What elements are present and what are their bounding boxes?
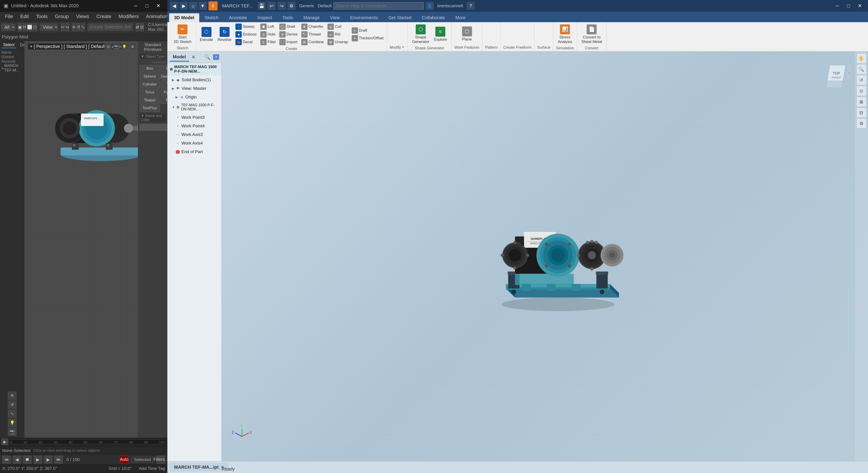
tree-item-work-point3[interactable]: • Work Point3 xyxy=(167,113,221,122)
right-save-btn[interactable]: 💾 xyxy=(257,2,266,10)
hole-btn[interactable]: ◎ Hole xyxy=(259,31,277,38)
modify-dropdown-icon[interactable]: ▼ xyxy=(401,45,405,49)
light-icon-btn[interactable]: 💡 xyxy=(8,419,17,427)
prim-sphere-btn[interactable]: Sphere xyxy=(140,73,160,80)
draft-btn[interactable]: ✂ Draft xyxy=(350,27,385,34)
filters-btn[interactable]: Filters... xyxy=(156,455,165,464)
right-settings-btn[interactable]: ⚙ xyxy=(287,2,296,10)
decal-btn[interactable]: 🔖 Decal xyxy=(234,38,258,46)
anim-next-btn[interactable]: ⏭ xyxy=(54,455,63,464)
rtab-sketch[interactable]: Sketch xyxy=(200,13,223,22)
right-search-input[interactable] xyxy=(333,2,424,10)
menu-animation[interactable]: Animation xyxy=(143,13,171,20)
mirror-btn[interactable]: ⇄ xyxy=(135,23,139,31)
shape-generator-btn[interactable]: ⬡ ShapeGenerator xyxy=(410,24,431,45)
scene-item-march[interactable]: ▶ MARCH TEF-M... xyxy=(0,65,24,71)
move-btn[interactable]: ✛ xyxy=(72,23,76,31)
timeline-play-btn[interactable]: ▶ xyxy=(1,438,8,445)
loft-btn[interactable]: ⬟ Loft xyxy=(259,23,277,30)
menu-file[interactable]: File xyxy=(2,13,16,20)
undo-btn[interactable]: ↩ xyxy=(61,23,65,31)
right-user-btn[interactable]: 👤 xyxy=(426,2,434,10)
selection-set-input[interactable] xyxy=(88,24,133,31)
thread-btn[interactable]: 🔩 Thread xyxy=(300,31,325,38)
rtab-get-started[interactable]: Get Started xyxy=(383,13,416,22)
tree-item-origin[interactable]: ▶ ⊕ Origin xyxy=(167,93,221,101)
move-icon-btn[interactable]: ✛ xyxy=(8,391,17,400)
left-viewport[interactable]: + [ Perspective ] [ Standard ] [ Default… xyxy=(24,41,138,438)
fillet-btn[interactable]: ⌛ Fillet xyxy=(259,38,277,46)
menu-modifiers[interactable]: Modifiers xyxy=(115,13,142,20)
menu-group[interactable]: Group xyxy=(52,13,72,20)
rtab-3dmodel[interactable]: 3D Model xyxy=(169,13,199,22)
tree-item-work-axis4[interactable]: ↔ Work Axis4 xyxy=(167,139,221,147)
align-btn[interactable]: ⊡ xyxy=(140,23,144,31)
left-close-btn[interactable]: ✕ xyxy=(153,0,164,11)
extrude-btn[interactable]: ⬡ Extrude xyxy=(198,26,215,43)
viewcube[interactable]: TOP FRONT R xyxy=(823,61,855,92)
select-by-name-btn[interactable]: H xyxy=(23,23,26,31)
right-redo-btn[interactable]: ↪ xyxy=(278,2,286,10)
prim-box-btn[interactable]: Box xyxy=(140,65,160,72)
tree-item-view-master[interactable]: ▶ 👁 View: Master xyxy=(167,84,221,93)
rib-btn[interactable]: ⚌ Rib xyxy=(326,31,349,38)
combine-btn[interactable]: ⊞ Combine xyxy=(300,38,325,46)
right-maximize-btn[interactable]: □ xyxy=(843,0,854,11)
right-minimize-btn[interactable]: ─ xyxy=(832,0,843,11)
menu-views[interactable]: Views xyxy=(73,13,92,20)
rtab-inspect[interactable]: Inspect xyxy=(252,13,277,22)
rtab-more[interactable]: More xyxy=(450,13,471,22)
rtab-tools[interactable]: Tools xyxy=(278,13,298,22)
derive-btn[interactable]: ⊛ Derive xyxy=(278,31,299,38)
left-maximize-btn[interactable]: □ xyxy=(142,0,152,11)
import-btn[interactable]: ⛶ Import xyxy=(278,38,299,46)
tree-item-tef-mag[interactable]: ▼ ⚙ TEF-MAG 1500 P-F-DN-NEM... xyxy=(167,101,221,113)
tree-item-work-axis3[interactable]: ↔ Work Axis3 xyxy=(167,130,221,139)
tree-item-end-of-part[interactable]: 🔴 End of Part xyxy=(167,147,221,156)
right-help-btn[interactable]: ? xyxy=(467,2,475,10)
anim-prev-frame-btn[interactable]: ◀ xyxy=(13,455,21,464)
nav-home-btn[interactable]: ⌂ xyxy=(189,2,197,10)
camera-icon-btn[interactable]: 📷 xyxy=(8,428,17,436)
menu-edit[interactable]: Edit xyxy=(17,13,32,20)
rotate-btn[interactable]: ↺ xyxy=(76,23,80,31)
nav-forward-btn[interactable]: ▶ xyxy=(180,2,188,10)
left-minimize-btn[interactable]: ─ xyxy=(130,0,141,11)
auto-key-btn[interactable]: Auto xyxy=(120,455,128,464)
redo-btn[interactable]: ↪ xyxy=(65,23,69,31)
scale-btn[interactable]: ⤡ xyxy=(81,23,85,31)
anim-next-frame-btn[interactable]: ▶ xyxy=(44,455,53,464)
vtb-settings-btn[interactable]: ⚙ xyxy=(857,119,866,128)
select-btn[interactable]: ▣ xyxy=(18,23,22,31)
rtab-environments[interactable]: Environments xyxy=(345,13,383,22)
anim-play-btn[interactable]: ▶ xyxy=(33,455,42,464)
vtb-pan-btn[interactable]: ✋ xyxy=(857,53,866,63)
prim-cylinder-btn[interactable]: Cylinder xyxy=(140,81,160,88)
rect-select-btn[interactable]: ⬜ xyxy=(27,23,32,31)
vtb-look-at-btn[interactable]: ⊙ xyxy=(857,86,866,96)
menu-tools[interactable]: Tools xyxy=(33,13,51,20)
prim-torus-btn[interactable]: Torus xyxy=(140,89,160,96)
tree-add-btn[interactable]: + xyxy=(213,54,219,60)
shell-btn[interactable]: ◯ Shell xyxy=(278,23,299,30)
rtab-manage[interactable]: Manage xyxy=(298,13,324,22)
vtb-fit-btn[interactable]: ⊞ xyxy=(857,97,866,107)
scale-icon-btn[interactable]: ⤡ xyxy=(8,410,17,418)
window-crossing-btn[interactable]: ⬡ xyxy=(33,23,37,31)
right-viewport[interactable]: TOP FRONT R xyxy=(222,52,868,461)
rtab-collaborate[interactable]: Collaborate xyxy=(417,13,450,22)
rtab-annotate[interactable]: Annotate xyxy=(224,13,252,22)
tree-root-item[interactable]: ⚙ MARCH TEF-MAG 1500 P-F-DN-NEM... xyxy=(167,63,221,76)
thicken-btn[interactable]: ≡ Thicken/Offset xyxy=(350,35,385,42)
selection-mode-dropdown[interactable]: All xyxy=(1,24,15,31)
sheet-metal-btn[interactable]: 📄 Convert toSheet Metal xyxy=(580,24,604,45)
right-close-btn[interactable]: ✕ xyxy=(855,0,865,11)
emboss-btn[interactable]: ◈ Emboss xyxy=(234,31,258,38)
tree-item-work-point4[interactable]: • Work Point4 xyxy=(167,122,221,130)
timeline-track[interactable]: 0 10 20 30 40 50 60 70 80 90 100 xyxy=(9,440,166,444)
revolve-btn[interactable]: ↻ Revolve xyxy=(216,26,233,43)
vtb-orbit-btn[interactable]: ↺ xyxy=(857,75,866,85)
stress-analysis-btn[interactable]: 📊 StressAnalysis xyxy=(556,24,574,45)
vtb-section-btn[interactable]: ⊟ xyxy=(857,108,866,118)
plane-btn[interactable]: ⬡ Plane xyxy=(460,26,474,42)
